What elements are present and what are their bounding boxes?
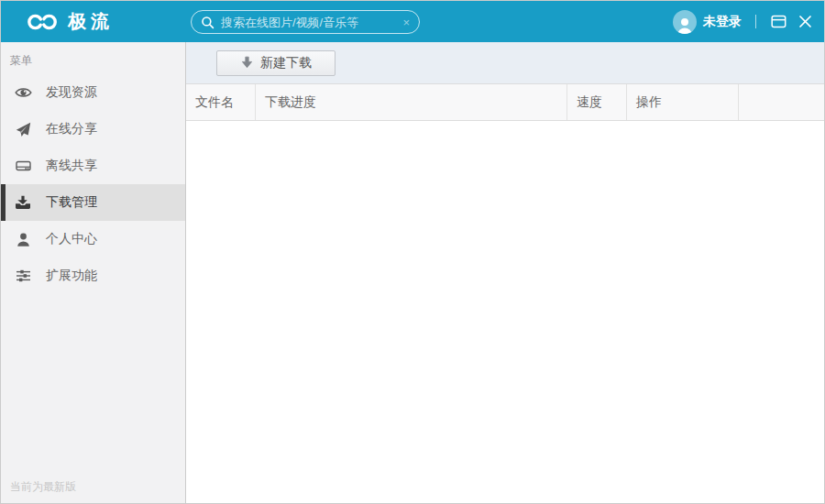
window-controls-divider	[755, 15, 756, 28]
person-icon	[675, 15, 695, 34]
search-input[interactable]	[221, 16, 396, 29]
sidebar-item-label: 在线分享	[46, 121, 97, 137]
downloads-table-body	[186, 121, 824, 503]
sidebar-item-label: 下载管理	[46, 194, 97, 211]
brand-name: 极流	[68, 9, 114, 34]
user-area: 未登录	[673, 1, 816, 42]
sidebar-item-label: 个人中心	[46, 231, 97, 247]
app-body: 菜单 发现资源 在线分享	[1, 42, 824, 503]
sidebar-item-share-online[interactable]: 在线分享	[1, 111, 185, 148]
sidebar-item-label: 离线共享	[46, 158, 97, 174]
sliders-icon	[14, 269, 32, 282]
user-icon	[14, 233, 32, 247]
column-header-speed: 速度	[567, 84, 627, 120]
login-status[interactable]: 未登录	[703, 14, 742, 30]
search-box[interactable]: ×	[191, 10, 420, 34]
eye-icon	[14, 86, 32, 99]
sidebar-item-downloads[interactable]: 下载管理	[1, 184, 185, 221]
sidebar-item-profile[interactable]: 个人中心	[1, 221, 185, 257]
close-icon	[798, 15, 812, 28]
down-arrow-icon	[240, 56, 254, 70]
paper-plane-icon	[14, 122, 32, 137]
sidebar-item-label: 扩展功能	[46, 268, 97, 284]
sidebar-item-discover[interactable]: 发现资源	[1, 74, 185, 111]
infinity-rings-icon	[27, 12, 60, 32]
hard-drive-icon	[14, 159, 32, 172]
download-icon	[14, 195, 32, 210]
downloads-table-header: 文件名 下载进度 速度 操作	[186, 83, 824, 121]
sidebar-item-label: 发现资源	[46, 84, 97, 101]
sidebar-item-share-offline[interactable]: 离线共享	[1, 148, 185, 184]
topbar: 极流 × 未登录	[1, 1, 824, 42]
download-toolbar: 新建下载	[186, 42, 824, 83]
sidebar: 菜单 发现资源 在线分享	[1, 42, 186, 503]
sidebar-item-extensions[interactable]: 扩展功能	[1, 257, 185, 294]
minimize-icon	[771, 15, 786, 28]
new-download-button[interactable]: 新建下载	[216, 50, 336, 76]
close-button[interactable]	[795, 11, 816, 32]
avatar[interactable]	[673, 10, 697, 34]
column-header-actions: 操作	[627, 84, 739, 120]
version-status: 当前为最新版	[10, 479, 76, 495]
minimize-button[interactable]	[767, 11, 790, 32]
column-header-spacer	[739, 84, 824, 120]
sidebar-section-label: 菜单	[1, 42, 185, 74]
new-download-label: 新建下载	[260, 55, 312, 71]
column-header-progress: 下载进度	[256, 84, 567, 120]
column-header-filename: 文件名	[186, 84, 256, 120]
app-window: 极流 × 未登录	[0, 0, 825, 504]
main-panel: 新建下载 文件名 下载进度 速度 操作	[186, 42, 824, 503]
app-logo: 极流	[27, 1, 114, 42]
magnifier-icon	[201, 16, 214, 29]
clear-search-icon[interactable]: ×	[402, 16, 410, 28]
